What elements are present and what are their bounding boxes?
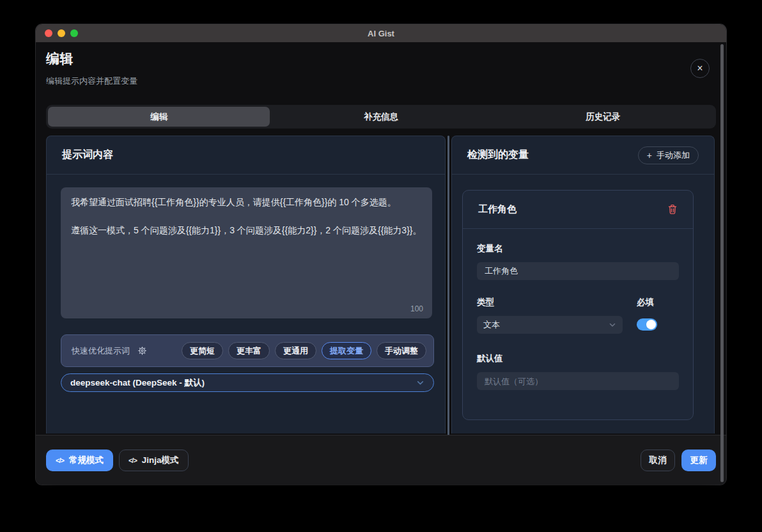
- make-generic-label: 更通用: [283, 345, 308, 357]
- quick-optimize-label: 快速优化提示词: [72, 345, 130, 357]
- extract-variables-button[interactable]: 提取变量: [322, 342, 371, 359]
- type-dropdown-value: 文本: [483, 319, 609, 331]
- jinja-mode-button[interactable]: </> Jinja模式: [119, 450, 189, 471]
- model-select[interactable]: deepseek-chat (DeepSeek - 默认): [61, 373, 434, 392]
- variable-name-label: 变量名: [477, 243, 679, 254]
- cancel-button[interactable]: 取消: [641, 450, 675, 471]
- type-required-row: 类型 文本 必填: [477, 297, 679, 334]
- cancel-label: 取消: [649, 455, 667, 466]
- variable-name-input[interactable]: [477, 262, 679, 280]
- gear-icon[interactable]: [137, 346, 147, 356]
- dialog-footer: </> 常规模式 </> Jinja模式 取消 更新: [36, 435, 726, 485]
- make-shorter-button[interactable]: 更简短: [182, 342, 223, 359]
- code-icon: </>: [56, 457, 64, 464]
- variable-card-title: 工作角色: [478, 203, 517, 215]
- extract-variables-label: 提取变量: [330, 345, 363, 357]
- tab-supplementary-info[interactable]: 补充信息: [270, 107, 492, 127]
- toggle-knob: [646, 320, 656, 329]
- prompt-panel-header: 提示词内容: [47, 136, 445, 175]
- tab-bar: 编辑 补充信息 历史记录: [46, 105, 716, 129]
- model-select-value: deepseek-chat (DeepSeek - 默认): [70, 377, 416, 389]
- chevron-down-icon: [609, 321, 616, 329]
- chevron-down-icon: [416, 379, 424, 387]
- variables-panel-title: 检测到的变量: [467, 148, 529, 162]
- close-icon: ×: [697, 63, 703, 74]
- desktop-background: AI Gist 编辑 编辑提示内容并配置变量 × 编辑 补充信息 历史记录 提示…: [0, 0, 762, 532]
- make-shorter-label: 更简短: [190, 345, 215, 357]
- make-richer-label: 更丰富: [237, 345, 261, 357]
- manual-adjust-label: 手动调整: [385, 345, 418, 357]
- type-label: 类型: [477, 297, 637, 308]
- variables-panel-header: 检测到的变量 + 手动添加: [452, 136, 714, 175]
- update-button[interactable]: 更新: [681, 450, 716, 471]
- traffic-lights: [45, 29, 78, 37]
- variable-card: 工作角色 变量名: [462, 190, 694, 420]
- char-count: 100: [410, 304, 423, 313]
- prompt-content-panel: 提示词内容 我希望通过面试招聘{{工作角色}}的专业人员，请提供{{工作角色}}…: [46, 136, 446, 434]
- title-bar[interactable]: AI Gist: [36, 24, 726, 42]
- dialog-title: 编辑: [46, 50, 74, 68]
- tab-edit-label: 编辑: [150, 111, 167, 123]
- manual-adjust-button[interactable]: 手动调整: [377, 342, 426, 359]
- code-icon: </>: [128, 457, 137, 464]
- prompt-panel-title: 提示词内容: [62, 148, 113, 162]
- quick-optimize-bar: 快速优化提示词 更简短 更丰富: [61, 334, 434, 367]
- variable-card-header: 工作角色: [463, 191, 693, 229]
- normal-mode-button[interactable]: </> 常规模式: [46, 450, 113, 471]
- close-dialog-button[interactable]: ×: [690, 59, 710, 78]
- tab-supplementary-info-label: 补充信息: [364, 111, 398, 123]
- detected-variables-panel: 检测到的变量 + 手动添加 工作角色: [451, 136, 715, 434]
- make-generic-button[interactable]: 更通用: [275, 342, 316, 359]
- manual-add-button[interactable]: + 手动添加: [638, 146, 699, 164]
- plus-icon: +: [647, 151, 652, 160]
- default-value-label: 默认值: [477, 353, 679, 364]
- default-value-input[interactable]: [477, 372, 679, 390]
- tab-history-label: 历史记录: [586, 111, 620, 123]
- close-window-button[interactable]: [45, 29, 52, 37]
- manual-add-label: 手动添加: [657, 150, 690, 161]
- tab-history[interactable]: 历史记录: [492, 107, 714, 127]
- panel-resizer-handle[interactable]: [447, 136, 449, 445]
- required-toggle[interactable]: [637, 318, 657, 331]
- variable-card-body: 变量名 类型 文本 必: [463, 229, 693, 390]
- prompt-textarea[interactable]: 我希望通过面试招聘{{工作角色}}的专业人员，请提供{{工作角色}}的 10 个…: [61, 187, 432, 318]
- type-dropdown[interactable]: 文本: [477, 316, 623, 334]
- required-label: 必填: [637, 297, 679, 308]
- tab-edit[interactable]: 编辑: [48, 107, 270, 127]
- jinja-mode-label: Jinja模式: [142, 455, 179, 466]
- minimize-window-button[interactable]: [58, 29, 65, 37]
- prompt-text: 我希望通过面试招聘{{工作角色}}的专业人员，请提供{{工作角色}}的 10 个…: [71, 195, 422, 237]
- window-scrollbar[interactable]: [720, 44, 724, 482]
- delete-variable-button[interactable]: [667, 204, 678, 215]
- trash-icon: [667, 204, 678, 215]
- window-title: AI Gist: [368, 29, 394, 38]
- dialog-subtitle: 编辑提示内容并配置变量: [46, 75, 137, 87]
- update-label: 更新: [690, 455, 708, 466]
- normal-mode-label: 常规模式: [69, 455, 104, 466]
- app-window: AI Gist 编辑 编辑提示内容并配置变量 × 编辑 补充信息 历史记录 提示…: [36, 24, 726, 485]
- zoom-window-button[interactable]: [70, 29, 78, 37]
- make-richer-button[interactable]: 更丰富: [228, 342, 270, 359]
